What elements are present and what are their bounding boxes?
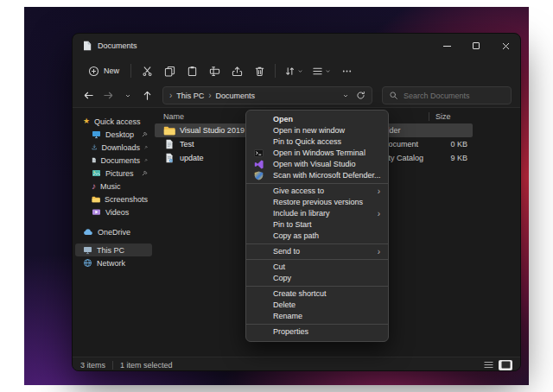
delete-icon [254,66,265,77]
menu-item-cut[interactable]: Cut [246,262,388,273]
chevron-down-icon [124,92,131,99]
documents-icon [92,155,97,165]
share-button[interactable] [226,61,248,80]
menu-item-include-library[interactable]: Include in library› [246,208,388,219]
command-bar: New [73,58,520,84]
visual-studio-icon [254,160,264,169]
address-dropdown-icon[interactable] [342,92,349,99]
details-view-button[interactable] [481,360,495,370]
onedrive-cloud-icon [83,228,93,236]
cut-icon [142,66,153,77]
menu-item-open[interactable]: Open [246,114,388,125]
videos-icon [92,207,101,217]
maximize-icon [473,42,480,49]
menu-separator [246,259,388,260]
search-input[interactable] [404,92,505,100]
menu-item-send-to[interactable]: Send to› [246,246,388,257]
column-header-name[interactable]: Name [163,112,184,121]
downloads-icon [92,142,97,152]
column-header-size[interactable]: Size [435,112,451,121]
rename-button[interactable] [203,61,226,80]
cut-button[interactable] [136,61,158,80]
breadcrumb-documents[interactable]: Documents [216,92,256,100]
breadcrumb-this-pc[interactable]: This PC [176,92,204,100]
view-button[interactable] [308,63,335,79]
menu-item-restore-versions[interactable]: Restore previous versions [246,197,388,208]
folder-icon [163,126,175,136]
back-icon [83,90,94,101]
menu-item-delete[interactable]: Delete [246,300,388,311]
menu-item-open-visual-studio[interactable]: Open with Visual Studio [246,159,388,170]
sidebar-item-onedrive[interactable]: OneDrive [75,225,152,238]
sidebar-item-videos[interactable]: Videos [75,205,152,218]
sort-button[interactable] [280,63,308,79]
column-divider[interactable] [429,112,429,121]
breadcrumb-chevron-icon: › [169,92,172,100]
chevron-down-icon [297,68,303,74]
menu-item-open-windows-terminal[interactable]: Open in Windows Terminal [246,148,388,159]
chevron-down-icon [325,68,331,74]
pin-icon [144,157,148,163]
menu-item-rename[interactable]: Rename [246,311,388,322]
menu-item-properties[interactable]: Properties [246,326,388,338]
navigation-pane: ★ Quick access Desktop Downloads Documen… [73,108,155,357]
file-size: 9 KB [429,154,467,162]
rename-icon [209,66,220,77]
maximize-button[interactable] [461,34,491,58]
delete-button[interactable] [248,61,270,80]
copy-button[interactable] [158,61,181,80]
sidebar-item-quick-access[interactable]: ★ Quick access [75,115,152,128]
up-button[interactable] [139,87,154,104]
forward-button[interactable] [100,87,115,104]
recent-locations-button[interactable] [120,87,135,104]
explorer-window: Documents New [72,33,521,371]
breadcrumb[interactable]: › This PC › Documents [162,86,372,104]
music-icon: ♪ [92,182,96,191]
sidebar-item-desktop[interactable]: Desktop [75,128,152,141]
see-more-button[interactable] [335,61,358,80]
title-bar[interactable]: Documents [73,34,520,58]
pictures-icon [92,168,101,178]
menu-item-copy[interactable]: Copy [246,273,388,284]
status-bar: 3 items 1 item selected [73,357,520,371]
file-name: Visual Studio 2019 [180,126,245,135]
network-icon [83,258,92,268]
this-pc-icon [83,245,92,255]
paste-button[interactable] [181,61,203,80]
sidebar-item-network[interactable]: Network [75,256,152,269]
sidebar-item-music[interactable]: ♪ Music [75,180,152,193]
menu-item-pin-quick-access[interactable]: Pin to Quick access [246,136,388,148]
sidebar-item-this-pc[interactable]: This PC [75,243,152,256]
sidebar-item-screenshots[interactable]: Screenshots [75,193,152,205]
see-more-icon [341,66,353,77]
minimize-icon [443,46,451,47]
back-button[interactable] [81,87,96,104]
sidebar-item-downloads[interactable]: Downloads [75,141,152,154]
new-button[interactable]: New [81,63,126,79]
details-view-icon [484,361,493,369]
file-name: update [180,154,204,162]
search-box[interactable] [382,86,512,104]
sidebar-item-pictures[interactable]: Pictures [75,167,152,180]
selection-count: 1 item selected [120,361,173,370]
caption-controls [432,34,520,58]
minimize-button[interactable] [432,34,461,58]
menu-separator [246,286,388,287]
file-name: Test [180,140,194,149]
folder-icon [92,195,100,204]
thumbnail-view-button[interactable] [499,360,512,370]
menu-item-open-new-window[interactable]: Open in new window [246,125,388,136]
menu-item-pin-start[interactable]: Pin to Start [246,219,388,231]
forward-icon [103,90,114,101]
close-icon [502,42,510,50]
file-size: 0 KB [429,140,467,149]
pin-icon [144,144,148,150]
new-button-label: New [104,66,119,75]
menu-item-create-shortcut[interactable]: Create shortcut [246,288,388,300]
refresh-icon[interactable] [356,91,365,100]
menu-item-scan-defender[interactable]: Scan with Microsoft Defender... [246,170,388,181]
menu-item-copy-path[interactable]: Copy as path [246,231,388,242]
sidebar-item-documents[interactable]: Documents [75,154,152,167]
menu-item-give-access[interactable]: Give access to› [246,186,388,197]
close-button[interactable] [491,34,520,58]
